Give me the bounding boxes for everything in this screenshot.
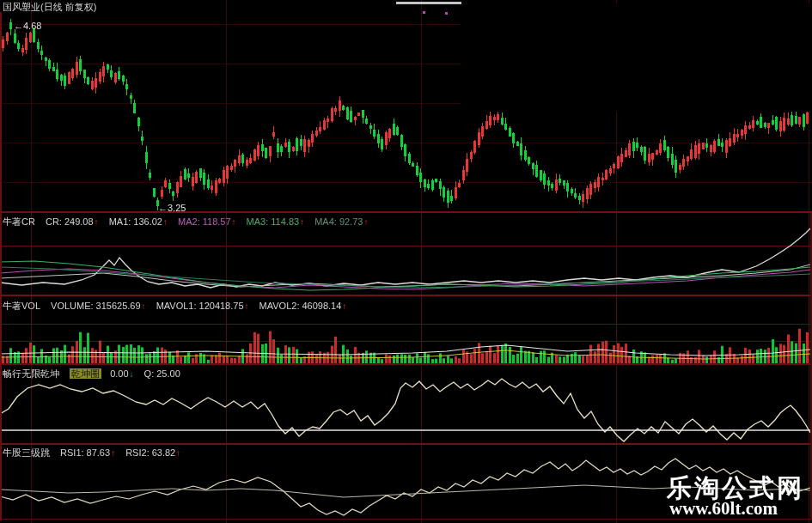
up-arrow-icon: ↑ xyxy=(111,448,115,458)
volume-field: VOLUME:315625.69 xyxy=(51,301,141,311)
stock-title: 国风塑业(日线 前复权) xyxy=(3,1,96,14)
up-arrow-icon: ↑ xyxy=(163,217,168,227)
q-field: Q:25.00 xyxy=(144,368,180,379)
field-label: Q: xyxy=(144,368,155,379)
artifact-dot xyxy=(445,12,448,15)
rsi2-field: RSI2:63.82 xyxy=(125,447,175,458)
field-value: 249.08 xyxy=(64,216,94,227)
field-label: VOLUME: xyxy=(51,301,94,311)
panel-divider xyxy=(0,211,812,213)
field-value: 0.00 xyxy=(110,368,128,379)
ma2-field: MA2:118.57 xyxy=(178,216,231,227)
ma3-field: MA3:114.83 xyxy=(247,216,300,227)
chart-window: 国风塑业(日线 前复权) 牛著CR CR:249.08↑ MA1:136.02↑… xyxy=(0,0,812,523)
field-value: 120418.75 xyxy=(199,301,244,311)
field-value: 118.57 xyxy=(203,216,231,227)
ring-value: 0.00 xyxy=(107,368,128,379)
panel-divider xyxy=(0,363,812,365)
indicator-title: 牛著VOL xyxy=(3,301,40,311)
panel-divider xyxy=(0,443,812,445)
indicator-title: 畅行无限乾坤 xyxy=(3,368,59,379)
indicator-title: 牛著CR xyxy=(3,216,35,227)
field-value: 136.02 xyxy=(133,216,162,227)
rsi1-field: RSI1:87.63 xyxy=(60,447,110,458)
ma1-field: MA1:136.02 xyxy=(109,216,162,227)
field-label: MA3: xyxy=(247,216,269,227)
up-arrow-icon: ↑ xyxy=(342,301,346,311)
field-value: 315625.69 xyxy=(96,301,141,311)
field-value: 92.73 xyxy=(339,216,363,227)
field-value: 25.00 xyxy=(156,368,180,379)
mavol1-field: MAVOL1:120418.75 xyxy=(156,301,244,311)
up-arrow-icon: ↑ xyxy=(300,217,304,227)
artifact-dot xyxy=(423,11,425,14)
up-arrow-icon: ↑ xyxy=(245,301,249,311)
field-label: MAVOL2: xyxy=(259,301,300,311)
cr-panel-header: 牛著CR CR:249.08↑ MA1:136.02↑ MA2:118.57↑ … xyxy=(3,216,375,228)
field-value: 87.63 xyxy=(87,447,111,458)
down-arrow-icon: ↓ xyxy=(130,369,134,379)
mavol2-field: MAVOL2:46098.14 xyxy=(259,301,342,311)
up-arrow-icon: ↑ xyxy=(176,448,180,458)
field-label: MA1: xyxy=(109,216,131,227)
up-arrow-icon: ↑ xyxy=(232,217,236,227)
field-value: 114.83 xyxy=(271,216,299,227)
qiankun-panel-header: 畅行无限乾坤 乾坤圈 0.00↓ Q:25.00 xyxy=(3,368,180,380)
field-label: MAVOL1: xyxy=(156,301,197,311)
field-value: 63.82 xyxy=(152,447,176,458)
field-label: MA4: xyxy=(314,216,337,227)
up-arrow-icon: ↑ xyxy=(95,217,99,227)
artifact-line xyxy=(396,2,461,4)
up-arrow-icon: ↑ xyxy=(363,217,368,227)
left-border xyxy=(0,12,2,520)
field-label: RSI2: xyxy=(125,447,150,458)
rsi-panel-header: 牛股三级跳 RSI1:87.63↑ RSI2:63.82↑ xyxy=(3,447,188,459)
blank-overlay xyxy=(461,3,812,112)
field-label: RSI1: xyxy=(60,447,84,458)
watermark-url: www.60lt.com xyxy=(669,498,778,520)
qiankun-ring-tag: 乾坤圈 xyxy=(70,368,101,379)
indicator-title: 牛股三级跳 xyxy=(3,447,50,458)
cr-value-field: CR:249.08 xyxy=(46,216,94,227)
field-value: 46098.14 xyxy=(302,301,341,311)
up-arrow-icon: ↑ xyxy=(142,301,146,311)
field-label: MA2: xyxy=(178,216,200,227)
field-label: CR: xyxy=(46,216,62,227)
panel-divider xyxy=(0,295,812,296)
ma4-field: MA4:92.73 xyxy=(314,216,363,227)
vol-panel-header: 牛著VOL VOLUME:315625.69↑ MAVOL1:120418.75… xyxy=(3,300,354,313)
